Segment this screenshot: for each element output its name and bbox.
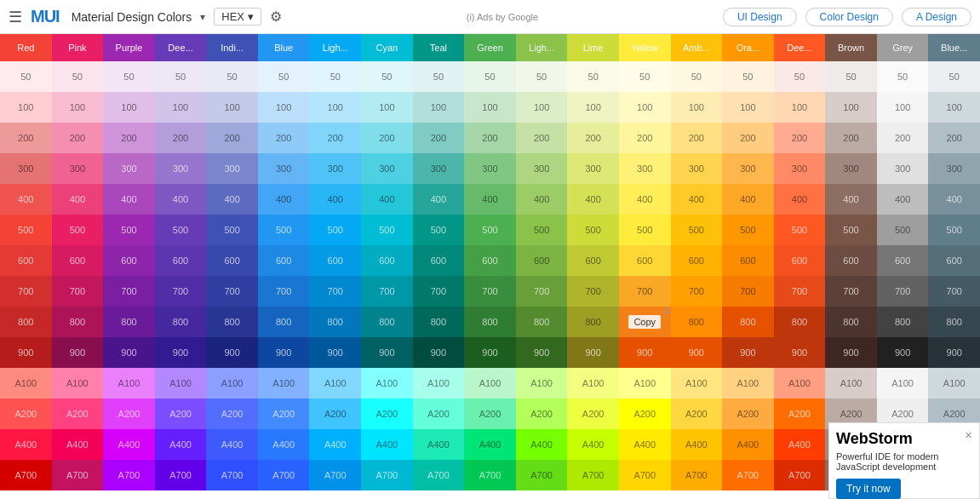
color-cell[interactable]: 400 — [619, 184, 671, 215]
color-cell[interactable]: 400 — [413, 184, 465, 215]
color-cell[interactable]: 200 — [516, 123, 568, 153]
color-cell[interactable]: 50 — [567, 61, 619, 92]
color-cell[interactable]: A700 — [464, 460, 516, 490]
color-cell[interactable]: 100 — [52, 92, 104, 123]
color-cell[interactable]: 400 — [516, 184, 568, 215]
color-cell[interactable]: 100 — [722, 92, 774, 123]
color-cell[interactable]: 900 — [877, 337, 929, 368]
color-cell[interactable]: 900 — [722, 337, 774, 368]
color-cell[interactable]: A100 — [516, 368, 568, 399]
color-cell[interactable]: 900 — [516, 337, 568, 368]
format-selector[interactable]: HEX ▾ — [214, 8, 261, 26]
color-cell[interactable]: A200 — [464, 399, 516, 429]
color-cell[interactable]: A100 — [877, 368, 929, 399]
color-cell[interactable]: 200 — [619, 123, 671, 153]
color-cell[interactable]: 400 — [361, 184, 413, 215]
color-cell[interactable]: 500 — [825, 215, 877, 245]
color-cell[interactable]: 200 — [0, 123, 52, 153]
color-cell[interactable]: 300 — [155, 153, 207, 184]
color-cell[interactable]: A700 — [0, 460, 52, 490]
color-cell[interactable]: 700 — [464, 276, 516, 307]
color-cell[interactable]: 400 — [52, 184, 104, 215]
color-cell[interactable]: 800 — [361, 307, 413, 337]
color-cell[interactable]: 700 — [825, 276, 877, 307]
color-cell[interactable]: A700 — [309, 460, 361, 490]
color-cell[interactable]: A200 — [619, 399, 671, 429]
color-cell[interactable]: 300 — [567, 153, 619, 184]
color-cell[interactable]: 700 — [413, 276, 465, 307]
color-cell[interactable]: 100 — [516, 92, 568, 123]
color-cell[interactable]: A200 — [722, 399, 774, 429]
color-cell[interactable]: 200 — [103, 123, 155, 153]
color-cell[interactable]: 300 — [258, 153, 310, 184]
color-cell[interactable]: 50 — [0, 61, 52, 92]
color-cell[interactable]: 300 — [0, 153, 52, 184]
color-cell[interactable]: 300 — [516, 153, 568, 184]
color-cell[interactable]: 50 — [103, 61, 155, 92]
color-cell[interactable]: 900 — [567, 337, 619, 368]
color-cell[interactable]: 700 — [309, 276, 361, 307]
color-cell[interactable]: 200 — [774, 123, 826, 153]
color-cell[interactable]: 500 — [0, 215, 52, 245]
color-cell[interactable]: A200 — [516, 399, 568, 429]
color-cell[interactable]: A400 — [413, 429, 465, 460]
color-cell[interactable]: 300 — [671, 153, 723, 184]
color-cell[interactable]: A400 — [774, 429, 826, 460]
color-cell[interactable]: 800 — [774, 307, 826, 337]
color-cell[interactable]: 300 — [877, 153, 929, 184]
color-cell[interactable]: A200 — [567, 399, 619, 429]
color-cell[interactable]: 200 — [155, 123, 207, 153]
color-cell[interactable]: A700 — [361, 460, 413, 490]
color-cell[interactable]: 200 — [309, 123, 361, 153]
color-cell[interactable]: A700 — [52, 460, 104, 490]
color-cell[interactable]: A200 — [361, 399, 413, 429]
color-cell[interactable]: 800 — [52, 307, 104, 337]
color-cell[interactable]: 300 — [619, 153, 671, 184]
color-cell[interactable]: 900 — [464, 337, 516, 368]
color-cell[interactable]: 400 — [825, 184, 877, 215]
color-cell[interactable]: 900 — [0, 337, 52, 368]
color-cell[interactable]: 100 — [567, 92, 619, 123]
color-cell[interactable]: 400 — [0, 184, 52, 215]
color-cell[interactable]: 500 — [52, 215, 104, 245]
color-cell[interactable]: 800 — [206, 307, 258, 337]
color-cell[interactable]: 800 — [567, 307, 619, 337]
color-cell[interactable]: 50 — [774, 61, 826, 92]
color-cell[interactable]: A100 — [258, 368, 310, 399]
color-cell[interactable]: 300 — [309, 153, 361, 184]
color-cell[interactable]: 900 — [825, 337, 877, 368]
color-cell[interactable]: 900 — [103, 337, 155, 368]
color-cell[interactable]: 200 — [258, 123, 310, 153]
color-cell[interactable]: A400 — [52, 429, 104, 460]
color-cell[interactable]: 800 — [413, 307, 465, 337]
color-cell[interactable]: A400 — [0, 429, 52, 460]
color-cell[interactable]: 700 — [258, 276, 310, 307]
color-cell[interactable]: A200 — [52, 399, 104, 429]
color-cell[interactable]: 500 — [774, 215, 826, 245]
color-cell[interactable]: 600 — [619, 245, 671, 276]
color-cell[interactable]: 800 — [0, 307, 52, 337]
color-cell[interactable]: 50 — [155, 61, 207, 92]
color-cell[interactable]: 600 — [413, 245, 465, 276]
color-cell[interactable]: A100 — [722, 368, 774, 399]
color-cell[interactable]: 200 — [52, 123, 104, 153]
color-cell[interactable]: 900 — [671, 337, 723, 368]
color-cell[interactable]: 200 — [877, 123, 929, 153]
color-cell[interactable]: 400 — [671, 184, 723, 215]
color-cell[interactable]: 600 — [671, 245, 723, 276]
color-cell[interactable]: 800 — [671, 307, 723, 337]
color-cell[interactable]: 100 — [413, 92, 465, 123]
color-cell[interactable]: 500 — [309, 215, 361, 245]
nav-link-color-design[interactable]: Color Design — [805, 8, 893, 26]
color-cell[interactable]: 50 — [413, 61, 465, 92]
color-cell[interactable]: 700 — [155, 276, 207, 307]
color-cell[interactable]: A700 — [671, 460, 723, 490]
color-cell[interactable]: A400 — [258, 429, 310, 460]
color-cell[interactable]: 600 — [155, 245, 207, 276]
color-cell[interactable]: A100 — [206, 368, 258, 399]
color-cell[interactable]: 50 — [516, 61, 568, 92]
color-cell[interactable]: 100 — [0, 92, 52, 123]
color-cell[interactable]: A700 — [413, 460, 465, 490]
color-cell[interactable]: 50 — [464, 61, 516, 92]
color-cell[interactable]: 800 — [516, 307, 568, 337]
